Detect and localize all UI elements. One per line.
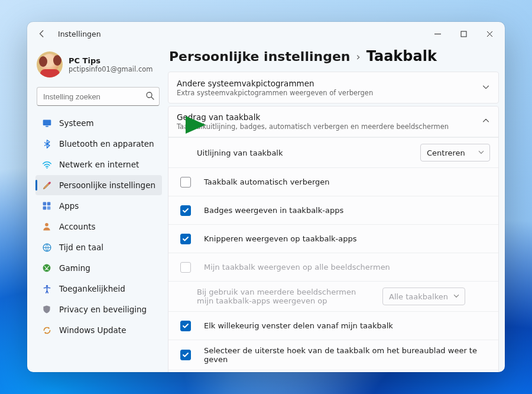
row-label: Bij gebruik van meerdere beeldschermen m… bbox=[197, 288, 374, 305]
sidebar-item-bluetooth[interactable]: Bluetooth en apparaten bbox=[35, 134, 162, 154]
sidebar-item-accounts[interactable]: Accounts bbox=[35, 217, 162, 237]
checkbox-autohide[interactable] bbox=[180, 177, 191, 188]
page-title: Taakbalk bbox=[366, 48, 437, 64]
alignment-select[interactable]: Centreren bbox=[420, 144, 490, 162]
shield-icon bbox=[41, 304, 52, 315]
sidebar-item-update[interactable]: Windows Update bbox=[35, 320, 162, 340]
row-label: Mijn taakbalk weergeven op alle beeldsch… bbox=[204, 263, 490, 272]
arrow-left-icon bbox=[38, 30, 46, 38]
row-all-displays: Mijn taakbalk weergeven op alle beeldsch… bbox=[168, 253, 498, 281]
row-alignment: Uitlijning van taakbalk Centreren bbox=[168, 137, 498, 167]
multi-display-select: Alle taakbalken bbox=[382, 288, 465, 305]
sidebar-item-label: Persoonlijke instellingen bbox=[59, 180, 155, 190]
checkbox-flash[interactable] bbox=[180, 234, 191, 244]
card-subtitle: Extra systeemvakpictogrammen weergeven o… bbox=[177, 89, 476, 97]
window-title: Instellingen bbox=[58, 30, 101, 38]
breadcrumb: Persoonlijke instellingen › Taakbalk bbox=[168, 47, 499, 72]
maximize-button[interactable] bbox=[450, 25, 476, 43]
chevron-up-icon bbox=[482, 116, 490, 127]
wifi-icon bbox=[41, 159, 52, 170]
card-title: Andere systeemvakpictogrammen bbox=[177, 79, 476, 88]
sidebar-item-label: Netwerk en internet bbox=[59, 160, 139, 169]
apps-icon bbox=[41, 201, 52, 211]
person-icon bbox=[41, 221, 52, 232]
row-share[interactable]: Elk willekeurig venster delen vanaf mijn… bbox=[168, 311, 498, 340]
sidebar-item-label: Gaming bbox=[59, 263, 90, 273]
sidebar-item-apps[interactable]: Apps bbox=[35, 196, 162, 216]
checkbox-badges[interactable] bbox=[180, 205, 191, 216]
update-icon bbox=[41, 325, 52, 335]
chevron-right-icon: › bbox=[356, 50, 360, 63]
bluetooth-icon bbox=[41, 138, 52, 149]
sidebar-item-label: Tijd en taal bbox=[59, 243, 103, 252]
chevron-down-icon bbox=[453, 292, 460, 301]
row-corner[interactable]: Selecteer de uiterste hoek van de taakba… bbox=[168, 340, 498, 370]
svg-rect-3 bbox=[45, 125, 48, 127]
card-title: Gedrag van taakbalk bbox=[177, 112, 476, 122]
checkbox-all-displays bbox=[180, 262, 191, 273]
close-icon bbox=[486, 31, 493, 37]
card-taskbar-behavior: Gedrag van taakbalk Taakbalkuitlijning, … bbox=[168, 106, 499, 372]
sidebar-item-privacy[interactable]: Privacy en beveiliging bbox=[35, 299, 162, 319]
chevron-down-icon bbox=[482, 82, 490, 93]
select-value: Alle taakbalken bbox=[389, 292, 448, 301]
sidebar-item-gaming[interactable]: Gaming bbox=[35, 258, 162, 278]
row-flash[interactable]: Knipperen weergeven op taakbalk-apps bbox=[168, 224, 498, 253]
xbox-icon bbox=[41, 263, 52, 273]
checkbox-corner[interactable] bbox=[180, 350, 191, 360]
sidebar-item-label: Systeem bbox=[59, 118, 94, 128]
svg-point-4 bbox=[46, 167, 47, 169]
svg-rect-0 bbox=[461, 31, 466, 37]
search-input[interactable] bbox=[37, 87, 160, 106]
row-badges[interactable]: Badges weergeven in taakbalk-apps bbox=[168, 196, 498, 224]
sidebar-item-label: Windows Update bbox=[59, 325, 126, 335]
sidebar-item-netwerk[interactable]: Netwerk en internet bbox=[35, 154, 162, 175]
minimize-icon bbox=[434, 31, 441, 37]
card-subtitle: Taakbalkuitlijning, badges, automatisch … bbox=[177, 122, 476, 131]
sidebar-item-label: Apps bbox=[59, 201, 79, 211]
close-button[interactable] bbox=[476, 25, 502, 43]
avatar bbox=[37, 51, 63, 77]
sidebar-item-persoonlijk[interactable]: Persoonlijke instellingen bbox=[35, 175, 162, 195]
search-icon bbox=[145, 91, 155, 103]
sidebar-item-label: Accounts bbox=[59, 222, 96, 231]
sidebar-item-label: Privacy en beveiliging bbox=[59, 305, 147, 314]
paintbrush-icon bbox=[41, 180, 52, 190]
account-email: pctipsinfo01@gmail.com bbox=[69, 65, 153, 73]
search-box bbox=[37, 87, 160, 106]
card-header-behavior[interactable]: Gedrag van taakbalk Taakbalkuitlijning, … bbox=[168, 106, 498, 137]
svg-rect-2 bbox=[43, 120, 51, 125]
sidebar: PC Tips pctipsinfo01@gmail.com Systeem B… bbox=[27, 46, 167, 372]
svg-rect-8 bbox=[47, 206, 51, 210]
globe-clock-icon bbox=[41, 242, 52, 253]
sidebar-item-label: Bluetooth en apparaten bbox=[59, 139, 154, 148]
card-tray-icons: Andere systeemvakpictogrammen Extra syst… bbox=[168, 72, 499, 104]
row-label: Badges weergeven in taakbalk-apps bbox=[204, 206, 490, 215]
select-value: Centreren bbox=[427, 148, 465, 157]
titlebar: Instellingen bbox=[27, 22, 505, 46]
svg-point-9 bbox=[45, 223, 48, 227]
sidebar-item-toegankelijk[interactable]: Toegankelijkheid bbox=[35, 279, 162, 299]
svg-rect-6 bbox=[47, 202, 51, 206]
card-header-tray[interactable]: Andere systeemvakpictogrammen Extra syst… bbox=[168, 72, 498, 103]
sidebar-item-systeem[interactable]: Systeem bbox=[35, 113, 162, 133]
maximize-icon bbox=[460, 31, 467, 37]
row-label: Taakbalk automatisch verbergen bbox=[204, 177, 490, 186]
row-label: Uitlijning van taakbalk bbox=[197, 148, 412, 157]
row-label: Knipperen weergeven op taakbalk-apps bbox=[204, 234, 490, 243]
chevron-down-icon bbox=[478, 148, 485, 157]
breadcrumb-parent[interactable]: Persoonlijke instellingen bbox=[169, 49, 350, 64]
checkbox-share[interactable] bbox=[180, 321, 191, 331]
settings-window: Instellingen PC Tips pctipsinfo01@gmail.… bbox=[27, 22, 505, 372]
back-button[interactable] bbox=[34, 26, 50, 41]
nav-list: Systeem Bluetooth en apparaten Netwerk e… bbox=[35, 113, 162, 340]
row-seconds[interactable]: Seconden weergeven in systeemvakklok (ve… bbox=[168, 370, 498, 372]
minimize-button[interactable] bbox=[424, 25, 450, 43]
row-label: Elk willekeurig venster delen vanaf mijn… bbox=[204, 321, 490, 330]
sidebar-item-tijd[interactable]: Tijd en taal bbox=[35, 237, 162, 257]
row-autohide[interactable]: Taakbalk automatisch verbergen bbox=[168, 167, 498, 196]
account-block[interactable]: PC Tips pctipsinfo01@gmail.com bbox=[35, 48, 162, 86]
svg-rect-5 bbox=[43, 202, 47, 206]
main-content: Persoonlijke instellingen › Taakbalk And… bbox=[167, 46, 505, 372]
account-name: PC Tips bbox=[69, 56, 153, 65]
